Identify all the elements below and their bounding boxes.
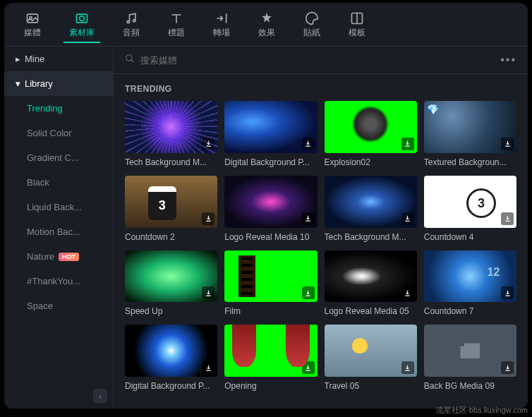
download-button[interactable]: [401, 138, 414, 150]
nav-label: 媒體: [24, 27, 41, 39]
nav-label: 模板: [349, 27, 365, 39]
media-thumbnail[interactable]: [224, 325, 317, 377]
nav-label: 素材庫: [69, 27, 95, 39]
download-button[interactable]: [401, 286, 414, 299]
media-card[interactable]: Digital Background P...: [224, 101, 317, 167]
media-card[interactable]: Speed Up: [125, 250, 217, 317]
download-button[interactable]: [501, 212, 514, 225]
media-thumbnail[interactable]: [224, 250, 317, 303]
premium-badge-icon: 💎: [427, 104, 439, 115]
media-thumbnail[interactable]: [125, 325, 217, 377]
media-thumbnail[interactable]: [325, 101, 417, 153]
media-title: Film: [224, 306, 317, 316]
sidebar-item[interactable]: Trending: [4, 96, 113, 121]
media-title: Logo Reveal Media 05: [325, 306, 417, 316]
search-bar: •••: [114, 47, 528, 74]
media-card[interactable]: Countdown 7: [424, 250, 516, 317]
media-thumbnail[interactable]: 💎: [424, 101, 516, 153]
nav-text[interactable]: 標題: [162, 8, 191, 43]
media-card[interactable]: Opening: [224, 325, 317, 391]
sidebar-group-library[interactable]: ▾ Library: [4, 71, 113, 96]
download-button[interactable]: [202, 212, 214, 225]
download-button[interactable]: [501, 361, 514, 374]
media-thumbnail[interactable]: [424, 176, 516, 228]
media-title: Logo Reveal Media 10: [224, 232, 317, 242]
download-button[interactable]: [501, 286, 514, 299]
transition-icon: [214, 11, 229, 25]
top-nav: 媒體素材庫音頻標題轉場效果貼紙模板: [4, 3, 528, 47]
sidebar-group-mine[interactable]: ▸ Mine: [4, 47, 113, 71]
media-card[interactable]: Explosion02: [325, 101, 417, 167]
nav-transition[interactable]: 轉場: [207, 8, 236, 43]
sidebar-item-label: Motion Bac...: [27, 226, 80, 237]
download-button[interactable]: [302, 212, 315, 225]
media-card[interactable]: Film: [224, 250, 317, 317]
media-card[interactable]: Logo Reveal Media 05: [325, 250, 417, 317]
media-card[interactable]: Countdown 2: [125, 176, 217, 242]
download-button[interactable]: [302, 361, 315, 374]
media-thumbnail[interactable]: [325, 250, 417, 303]
download-button[interactable]: [401, 212, 414, 225]
more-button[interactable]: •••: [500, 54, 516, 66]
collapse-sidebar-button[interactable]: ‹: [93, 389, 107, 403]
media-card[interactable]: Tech Background M...: [325, 176, 417, 242]
media-card[interactable]: Back BG Media 09: [424, 325, 516, 391]
sidebar-group-label: Library: [25, 78, 53, 89]
stock-icon: [75, 11, 89, 25]
media-thumbnail[interactable]: [125, 250, 217, 303]
audio-icon: [124, 11, 138, 25]
sidebar-item-label: Liquid Back...: [27, 202, 82, 212]
nav-effect[interactable]: 效果: [253, 8, 281, 43]
media-thumbnail[interactable]: [224, 101, 317, 153]
sidebar-item[interactable]: Space: [4, 294, 113, 318]
media-thumbnail[interactable]: [424, 325, 516, 377]
search-icon: [125, 54, 135, 66]
nav-media[interactable]: 媒體: [18, 8, 47, 43]
svg-point-4: [133, 20, 135, 22]
download-button[interactable]: [501, 138, 514, 150]
nav-stock[interactable]: 素材庫: [64, 8, 100, 43]
nav-label: 效果: [258, 27, 275, 39]
nav-audio[interactable]: 音頻: [117, 8, 145, 43]
download-button[interactable]: [302, 138, 315, 150]
download-button[interactable]: [202, 361, 214, 374]
sidebar-item[interactable]: Motion Bac...: [4, 219, 113, 244]
media-card[interactable]: Logo Reveal Media 10: [224, 176, 317, 242]
sidebar-item-label: Nature: [27, 251, 54, 262]
sticker-icon: [305, 11, 319, 25]
sidebar-item[interactable]: #ThankYou...: [4, 269, 113, 294]
sidebar-item[interactable]: Gradient C...: [4, 145, 113, 170]
nav-sticker[interactable]: 貼紙: [298, 8, 326, 43]
media-thumbnail[interactable]: [125, 101, 217, 153]
content-area: TRENDING Tech Background M...Digital Bac…: [114, 74, 528, 409]
download-button[interactable]: [202, 138, 214, 150]
media-card[interactable]: 💎Textured Backgroun...: [424, 101, 516, 167]
media-thumbnail[interactable]: [424, 250, 516, 303]
media-thumbnail[interactable]: [325, 325, 417, 377]
watermark: 流星社区·bbs.liuxingw.com: [436, 405, 528, 416]
media-thumbnail[interactable]: [224, 176, 317, 228]
download-button[interactable]: [401, 361, 414, 374]
media-title: Tech Background M...: [125, 157, 217, 167]
sidebar-item-label: Black: [27, 177, 49, 188]
media-card[interactable]: Travel 05: [325, 325, 417, 391]
sidebar-item-label: Space: [27, 301, 53, 311]
download-button[interactable]: [202, 286, 214, 299]
app-window: 媒體素材庫音頻標題轉場效果貼紙模板 ▸ Mine ▾ Library Trend…: [4, 3, 528, 409]
media-card[interactable]: Countdown 4: [424, 176, 516, 242]
download-button[interactable]: [302, 286, 315, 299]
sidebar-item[interactable]: Liquid Back...: [4, 195, 113, 219]
media-card[interactable]: Tech Background M...: [125, 101, 217, 167]
sidebar-item[interactable]: Solid Color: [4, 121, 113, 145]
search-input[interactable]: [140, 55, 495, 66]
nav-template[interactable]: 模板: [343, 8, 371, 43]
chevron-right-icon: ▸: [16, 54, 20, 64]
media-thumbnail[interactable]: [125, 176, 217, 228]
media-thumbnail[interactable]: [325, 176, 417, 228]
hot-badge: HOT: [59, 253, 79, 261]
media-title: Countdown 7: [424, 306, 516, 316]
sidebar-item[interactable]: NatureHOT: [4, 244, 113, 269]
media-title: Textured Backgroun...: [424, 157, 516, 167]
media-card[interactable]: Digital Background P...: [125, 325, 217, 391]
sidebar-item[interactable]: Black: [4, 170, 113, 195]
